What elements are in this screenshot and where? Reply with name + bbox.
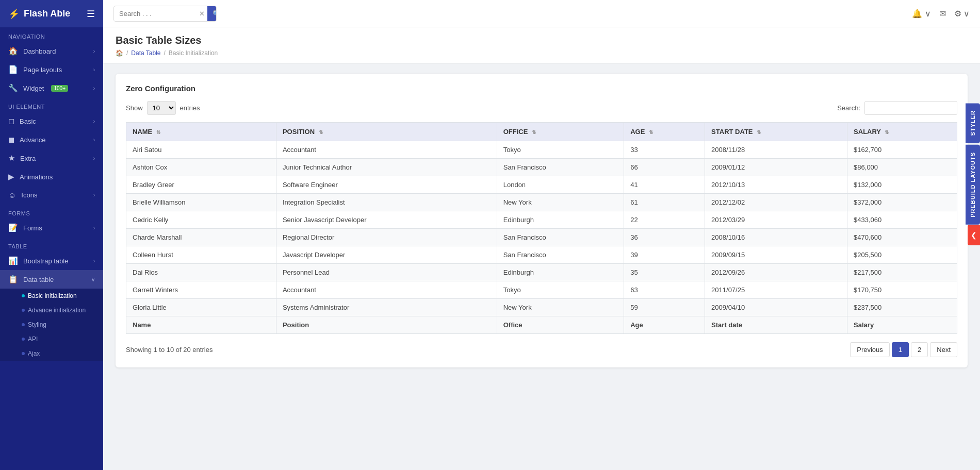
cell-start_date-8: 2011/07/25 <box>705 281 847 299</box>
cell-salary-8: $170,750 <box>847 281 957 299</box>
sidebar-item-extra[interactable]: ★ Extra › <box>0 149 103 167</box>
chevron-icon-widget: › <box>93 86 95 91</box>
cell-start_date-5: 2008/10/16 <box>705 229 847 246</box>
footer-position: Position <box>276 316 497 334</box>
sub-label-basic-init: Basic initialization <box>28 292 77 299</box>
dot-ajax <box>22 352 25 355</box>
search-input[interactable] <box>114 7 197 21</box>
cell-office-3: New York <box>497 194 624 211</box>
sidebar-label-basic: Basic <box>20 118 36 125</box>
page-1-button[interactable]: 1 <box>892 342 909 357</box>
right-panels: STYLER PREBUILD LAYOUTS <box>966 103 980 225</box>
notification-icon[interactable]: 🔔 ∨ <box>912 9 930 19</box>
sub-label-api: API <box>28 335 38 343</box>
sidebar-item-widget[interactable]: 🔧 Widget 100+ › <box>0 79 103 97</box>
cell-position-7: Personnel Lead <box>276 264 497 281</box>
sidebar-item-dashboard[interactable]: 🏠 Dashboard › <box>0 42 103 60</box>
section-label-table: Table <box>0 237 103 251</box>
table-row: Dai RiosPersonnel LeadEdinburgh352012/09… <box>126 264 957 281</box>
cell-age-3: 61 <box>624 194 705 211</box>
table-controls: Show 10 25 50 100 entries Search: <box>126 101 957 115</box>
breadcrumb-sep1: / <box>126 49 128 57</box>
cell-office-4: Edinburgh <box>497 211 624 229</box>
col-header-position[interactable]: POSITION ⇅ <box>276 123 497 141</box>
table-search-input[interactable] <box>864 101 957 115</box>
sidebar-sub-item-basic-init[interactable]: Basic initialization <box>0 289 103 303</box>
dot-styling <box>22 323 25 326</box>
cell-name-5: Charde Marshall <box>126 229 276 246</box>
section-label-ui-element: UI Element <box>0 97 103 112</box>
pagination-buttons: Previous 1 2 Next <box>850 342 957 357</box>
table-row: Airi SatouAccountantTokyo332008/11/28$16… <box>126 141 957 159</box>
col-header-name[interactable]: NAME ⇅ <box>126 123 276 141</box>
topbar: ✕ 🔍 🔔 ∨ ✉ ⚙ ∨ <box>103 0 980 27</box>
table-row: Charde MarshallRegional DirectorSan Fran… <box>126 229 957 246</box>
animations-icon: ▶ <box>8 172 14 181</box>
chevron-icon-advance: › <box>93 137 95 143</box>
sidebar-item-advance[interactable]: ◼ Advance › <box>0 130 103 149</box>
sidebar-item-data-table[interactable]: 📋 Data table ∨ <box>0 270 103 289</box>
cell-position-1: Junior Technical Author <box>276 159 497 176</box>
cell-age-9: 59 <box>624 299 705 316</box>
cell-salary-2: $132,000 <box>847 176 957 194</box>
panel-chevron-left[interactable]: ❮ <box>968 225 980 245</box>
sidebar-item-bootstrap-table[interactable]: 📊 Bootstrap table › <box>0 251 103 270</box>
data-table-icon: 📋 <box>8 275 18 284</box>
sidebar-sub-item-styling[interactable]: Styling <box>0 317 103 332</box>
mail-icon[interactable]: ✉ <box>939 9 946 19</box>
content-area: Zero Configuration Show 10 25 50 100 ent… <box>103 63 980 378</box>
table-row: Gloria LittleSystems AdministratorNew Yo… <box>126 299 957 316</box>
breadcrumb: 🏠 / Data Table / Basic Initialization <box>116 49 968 57</box>
cell-salary-6: $205,500 <box>847 246 957 264</box>
app-name: Flash Able <box>24 8 70 19</box>
dot-basic-init <box>22 294 25 297</box>
table-row: Cedric KellySenior Javascript DeveloperE… <box>126 211 957 229</box>
breadcrumb-sep2: / <box>164 49 166 57</box>
footer-age: Age <box>624 316 705 334</box>
entries-select[interactable]: 10 25 50 100 <box>147 101 176 115</box>
chevron-icon-basic: › <box>93 119 95 124</box>
sidebar-item-animations[interactable]: ▶ Animations <box>0 167 103 186</box>
styler-panel-button[interactable]: STYLER <box>966 103 980 143</box>
search-submit-button[interactable]: 🔍 <box>207 6 217 21</box>
col-header-salary[interactable]: SALARY ⇅ <box>847 123 957 141</box>
table-row: Garrett WintersAccountantTokyo632011/07/… <box>126 281 957 299</box>
chevron-icon-forms: › <box>93 225 95 231</box>
cell-age-4: 22 <box>624 211 705 229</box>
sidebar-item-icons[interactable]: ☺ Icons › <box>0 186 103 204</box>
sidebar-label-animations: Animations <box>20 173 53 181</box>
widget-badge: 100+ <box>51 85 68 92</box>
breadcrumb-home-link[interactable]: 🏠 <box>116 49 123 57</box>
cell-age-1: 66 <box>624 159 705 176</box>
sidebar-label-page-layouts: Page layouts <box>23 66 62 74</box>
col-header-start-date[interactable]: START DATE ⇅ <box>705 123 847 141</box>
chevron-icon-data-table: ∨ <box>91 277 95 282</box>
col-header-age[interactable]: AGE ⇅ <box>624 123 705 141</box>
previous-button[interactable]: Previous <box>850 342 890 357</box>
page-2-button[interactable]: 2 <box>911 342 928 357</box>
breadcrumb-data-table-link[interactable]: Data Table <box>131 49 160 57</box>
settings-icon[interactable]: ⚙ ∨ <box>954 9 970 19</box>
main-content: ✕ 🔍 🔔 ∨ ✉ ⚙ ∨ Basic Table Sizes 🏠 / Data… <box>103 0 980 470</box>
sidebar-toggle-button[interactable]: ☰ <box>87 8 95 20</box>
prebuild-layouts-button[interactable]: PREBUILD LAYOUTS <box>966 145 980 225</box>
cell-name-0: Airi Satou <box>126 141 276 159</box>
cell-office-8: Tokyo <box>497 281 624 299</box>
forms-icon: 📝 <box>8 223 18 232</box>
sidebar-sub-item-api[interactable]: API <box>0 332 103 346</box>
sidebar-item-page-layouts[interactable]: 📄 Page layouts › <box>0 60 103 79</box>
cell-name-8: Garrett Winters <box>126 281 276 299</box>
sidebar-item-basic[interactable]: ◻ Basic › <box>0 112 103 130</box>
cell-age-5: 36 <box>624 229 705 246</box>
sidebar-sub-item-ajax[interactable]: Ajax <box>0 346 103 361</box>
table-footer-row: Name Position Office Age Start date Sala… <box>126 316 957 334</box>
col-header-office[interactable]: OFFICE ⇅ <box>497 123 624 141</box>
footer-name: Name <box>126 316 276 334</box>
sub-label-styling: Styling <box>28 321 46 328</box>
table-search-label: Search: <box>837 104 860 112</box>
search-clear-button[interactable]: ✕ <box>197 10 207 18</box>
sidebar-item-forms[interactable]: 📝 Forms › <box>0 219 103 237</box>
sidebar-sub-item-advance-init[interactable]: Advance initialization <box>0 303 103 317</box>
table-row: Colleen HurstJavascript DeveloperSan Fra… <box>126 246 957 264</box>
next-button[interactable]: Next <box>930 342 957 357</box>
